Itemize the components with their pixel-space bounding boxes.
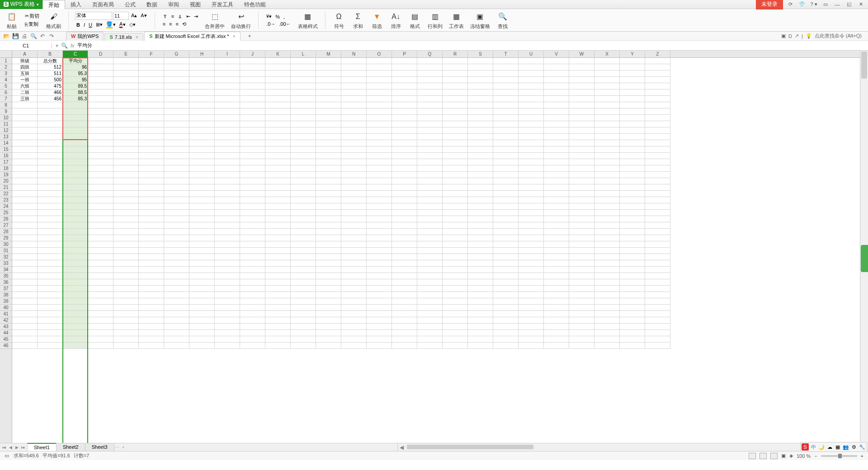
cell-G34[interactable] <box>164 267 189 273</box>
cell-U22[interactable] <box>519 191 544 197</box>
cell-S23[interactable] <box>468 197 493 203</box>
cell-N17[interactable] <box>341 159 367 165</box>
cell-A30[interactable] <box>12 241 38 248</box>
cell-I14[interactable] <box>215 140 240 146</box>
cell-U19[interactable] <box>519 172 544 178</box>
row-header-43[interactable]: 43 <box>0 324 12 330</box>
cell-Y33[interactable] <box>620 260 645 267</box>
col-header-C[interactable]: C <box>63 51 88 57</box>
cell-C34[interactable] <box>63 267 88 273</box>
cell-H20[interactable] <box>189 178 215 184</box>
row-header-31[interactable]: 31 <box>0 248 12 254</box>
cell-F29[interactable] <box>139 235 164 241</box>
cell-D35[interactable] <box>88 273 113 279</box>
col-header-Q[interactable]: Q <box>417 51 443 57</box>
open-icon[interactable]: 📂 <box>3 33 10 40</box>
cell-N11[interactable] <box>341 121 367 127</box>
cell-L28[interactable] <box>291 229 316 235</box>
cell-Y17[interactable] <box>620 159 645 165</box>
sheet-more-icon[interactable]: ⋯ <box>114 444 120 451</box>
cell-F7[interactable] <box>139 96 164 102</box>
cell-A10[interactable] <box>12 115 38 121</box>
cell-P4[interactable] <box>392 77 417 83</box>
cell-N31[interactable] <box>341 248 367 254</box>
cell-Z7[interactable] <box>645 96 670 102</box>
cell-O42[interactable] <box>367 317 392 324</box>
cell-D3[interactable] <box>88 70 113 77</box>
cell-H18[interactable] <box>189 165 215 172</box>
cell-T9[interactable] <box>493 108 519 115</box>
row-header-34[interactable]: 34 <box>0 267 12 273</box>
menu-tab-2[interactable]: 页面布局 <box>87 0 119 9</box>
cell-Y4[interactable] <box>620 77 645 83</box>
cell-F31[interactable] <box>139 248 164 254</box>
row-header-38[interactable]: 38 <box>0 292 12 298</box>
cell-G13[interactable] <box>164 134 189 140</box>
cell-H4[interactable] <box>189 77 215 83</box>
cell-S37[interactable] <box>468 286 493 292</box>
cell-O23[interactable] <box>367 197 392 203</box>
cell-I21[interactable] <box>215 184 240 191</box>
cell-L18[interactable] <box>291 165 316 172</box>
cell-S45[interactable] <box>468 336 493 343</box>
cell-B35[interactable] <box>38 273 63 279</box>
cell-U29[interactable] <box>519 235 544 241</box>
cell-D26[interactable] <box>88 216 113 222</box>
redo-icon[interactable]: ↷ <box>48 33 55 40</box>
cell-F17[interactable] <box>139 159 164 165</box>
cell-B8[interactable] <box>38 102 63 108</box>
cell-C21[interactable] <box>63 184 88 191</box>
cell-I17[interactable] <box>215 159 240 165</box>
cell-C41[interactable] <box>63 311 88 317</box>
cell-V37[interactable] <box>544 286 569 292</box>
cell-R45[interactable] <box>443 336 468 343</box>
cell-W13[interactable] <box>569 134 594 140</box>
cell-K17[interactable] <box>265 159 291 165</box>
cell-K31[interactable] <box>265 248 291 254</box>
cell-R6[interactable] <box>443 89 468 96</box>
cell-M3[interactable] <box>316 70 341 77</box>
cell-O25[interactable] <box>367 210 392 216</box>
ime-icon-5[interactable]: 👥 <box>842 443 849 451</box>
row-header-42[interactable]: 42 <box>0 317 12 324</box>
cell-N41[interactable] <box>341 311 367 317</box>
cell-X45[interactable] <box>594 336 620 343</box>
row-header-3[interactable]: 3 <box>0 70 12 77</box>
cell-K36[interactable] <box>265 279 291 286</box>
cell-O18[interactable] <box>367 165 392 172</box>
cell-M5[interactable] <box>316 83 341 89</box>
cell-G28[interactable] <box>164 229 189 235</box>
cell-H13[interactable] <box>189 134 215 140</box>
sheet-nav-first[interactable]: ⏮ <box>1 444 7 451</box>
cell-B46[interactable] <box>38 343 63 349</box>
indent-right-icon[interactable]: ⇥ <box>193 13 199 20</box>
cell-V4[interactable] <box>544 77 569 83</box>
cell-I42[interactable] <box>215 317 240 324</box>
cell-F18[interactable] <box>139 165 164 172</box>
row-header-4[interactable]: 4 <box>0 77 12 83</box>
cell-E25[interactable] <box>113 210 139 216</box>
cell-M25[interactable] <box>316 210 341 216</box>
cell-U2[interactable] <box>519 64 544 70</box>
cell-H32[interactable] <box>189 254 215 260</box>
cell-W20[interactable] <box>569 178 594 184</box>
cell-H25[interactable] <box>189 210 215 216</box>
cell-L41[interactable] <box>291 311 316 317</box>
cell-P42[interactable] <box>392 317 417 324</box>
cell-W28[interactable] <box>569 229 594 235</box>
cell-Q1[interactable] <box>417 58 443 64</box>
cell-C8[interactable] <box>63 102 88 108</box>
row-header-32[interactable]: 32 <box>0 254 12 260</box>
cell-A41[interactable] <box>12 311 38 317</box>
cell-X15[interactable] <box>594 146 620 153</box>
cell-U5[interactable] <box>519 83 544 89</box>
cell-M29[interactable] <box>316 235 341 241</box>
cell-R19[interactable] <box>443 172 468 178</box>
cell-Q39[interactable] <box>417 298 443 305</box>
cell-K8[interactable] <box>265 102 291 108</box>
cell-B31[interactable] <box>38 248 63 254</box>
search-command[interactable]: 点此查找命令 (Alt+Q) <box>815 33 862 39</box>
cell-W9[interactable] <box>569 108 594 115</box>
cell-V17[interactable] <box>544 159 569 165</box>
cell-G15[interactable] <box>164 146 189 153</box>
